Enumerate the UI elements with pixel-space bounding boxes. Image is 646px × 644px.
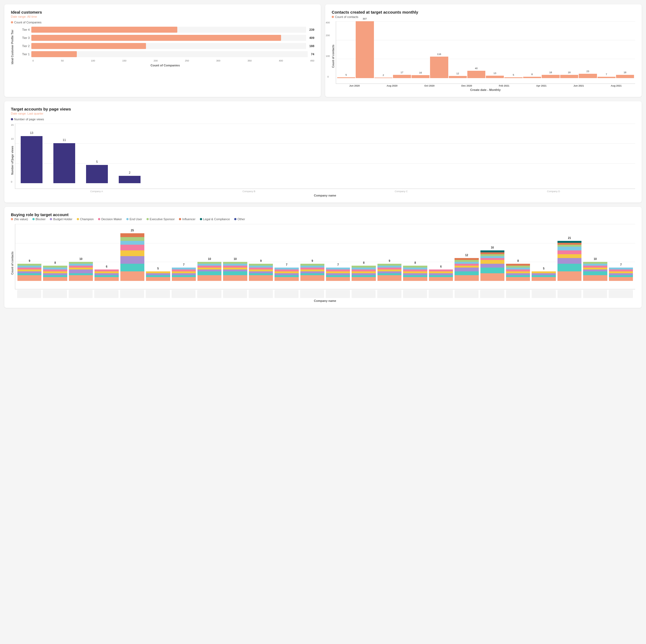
buying-segment [223, 269, 247, 271]
buying-segment [480, 273, 504, 281]
buying-x-label-blur [69, 290, 93, 298]
hbar-label: Tier 3 [16, 36, 30, 39]
buying-segment [609, 271, 633, 273]
contacts-bar: 12 [449, 76, 467, 78]
buying-x-label-item [94, 290, 118, 298]
buying-bar-stack: 9 [17, 264, 41, 281]
buying-x-label-item [557, 290, 581, 298]
buying-bar-stack: 7 [609, 268, 633, 281]
buying-bar-group: 10 [223, 224, 247, 281]
buying-legend-item: Influencer [179, 218, 195, 221]
hbar-track [31, 43, 306, 49]
buying-segment [454, 275, 478, 281]
buying-segment [454, 262, 478, 264]
buying-bar-stack: 8 [43, 266, 67, 281]
buying-segment [326, 268, 350, 269]
contacts-bar-group: 5 [504, 21, 522, 78]
buying-segment [403, 271, 427, 273]
contacts-bar-group: 18 [616, 21, 634, 78]
buying-x-label-blur [94, 290, 118, 298]
buying-segment [95, 273, 118, 275]
contacts-bar: 18 [542, 75, 560, 78]
buying-x-label-item [326, 290, 350, 298]
buying-segment [17, 273, 41, 275]
buying-segment [223, 268, 247, 269]
buying-segment [146, 277, 170, 281]
buying-x-label-item [609, 290, 633, 298]
contacts-bar-group: 18 [542, 21, 560, 78]
buying-segment [172, 271, 196, 273]
legend-dot [32, 218, 34, 220]
buying-segment [17, 268, 41, 269]
page-views-legend: Number of page views [11, 118, 44, 121]
buying-segment [326, 271, 350, 273]
buying-segment [223, 275, 247, 281]
buying-segment [43, 269, 67, 271]
buying-segment [352, 275, 375, 277]
buying-segment [454, 271, 478, 275]
buying-segment [69, 269, 93, 273]
buying-segment [532, 273, 556, 275]
buying-segment [69, 264, 93, 266]
page-views-card: Target accounts by page views Date range… [4, 101, 642, 203]
buying-x-labels [15, 290, 635, 298]
buying-x-label-item [403, 290, 427, 298]
legend-dot [234, 218, 236, 220]
hbar-row: Tier 3409 [16, 35, 314, 41]
contacts-bar: 7 [598, 77, 616, 78]
buying-legend: (No value)BlockerBudget HolderChampionDe… [11, 218, 635, 221]
ideal-hbar-chart: Tier 4239Tier 3409Tier 2188Tier 174 [16, 27, 314, 57]
buying-segment [352, 277, 375, 281]
buying-segment [557, 241, 581, 243]
pv-x-label-item: Company A [86, 190, 108, 193]
buying-bar-group: 8 [352, 224, 375, 281]
y-tick-400: 400 [326, 21, 330, 24]
buying-segment [275, 275, 299, 277]
buying-segment [198, 268, 221, 269]
buying-segment [480, 254, 504, 256]
buying-segment [69, 275, 93, 281]
y-tick-0: 0 [327, 76, 329, 78]
buying-bar-group: 9 [378, 224, 402, 281]
buying-bar-stack: 6 [95, 269, 118, 281]
buying-segment [454, 260, 478, 262]
buying-segment [17, 264, 41, 266]
buying-segment [583, 275, 607, 281]
page-views-subtitle: Date range: Last quarter [11, 112, 635, 115]
buying-segment [454, 266, 478, 268]
buying-segment [198, 262, 221, 264]
legend-dot [50, 218, 52, 220]
buying-x-label-item [275, 290, 299, 298]
buying-segment [172, 275, 196, 277]
buying-segment [326, 277, 350, 281]
buying-segment [378, 266, 402, 268]
buying-x-label-blur [377, 290, 401, 298]
buying-x-label-item [429, 290, 453, 298]
buying-segment [506, 266, 530, 268]
buying-segment [532, 277, 556, 281]
buying-segment [120, 271, 144, 281]
contacts-x-label: Create date - Monthly [336, 88, 635, 92]
buying-segment [429, 273, 453, 275]
buying-segment [249, 268, 273, 269]
buying-segment [352, 269, 375, 271]
buying-bar-stack: 16 [480, 250, 504, 281]
buying-x-label-blur [197, 290, 221, 298]
buying-x-label-item [223, 290, 247, 298]
buying-segment [480, 252, 504, 254]
contacts-bar: 18 [616, 75, 634, 78]
contacts-bar-group: 116 [430, 21, 448, 78]
buying-bar-stack: 10 [223, 262, 247, 281]
buying-x-label: Company name [15, 299, 635, 302]
buying-segment [429, 275, 453, 277]
buying-segment [172, 268, 196, 269]
buying-bar-stack: 7 [275, 268, 299, 281]
dashboard: Ideal customers Date range: All time Cou… [4, 4, 642, 308]
pv-x-label-item: Company D [542, 190, 564, 193]
buying-bar-group: 12 [454, 224, 478, 281]
buying-segment [583, 269, 607, 271]
buying-segment [249, 273, 273, 275]
buying-segment [300, 266, 324, 268]
buying-x-label-blur [583, 290, 607, 298]
buying-segment [223, 271, 247, 275]
